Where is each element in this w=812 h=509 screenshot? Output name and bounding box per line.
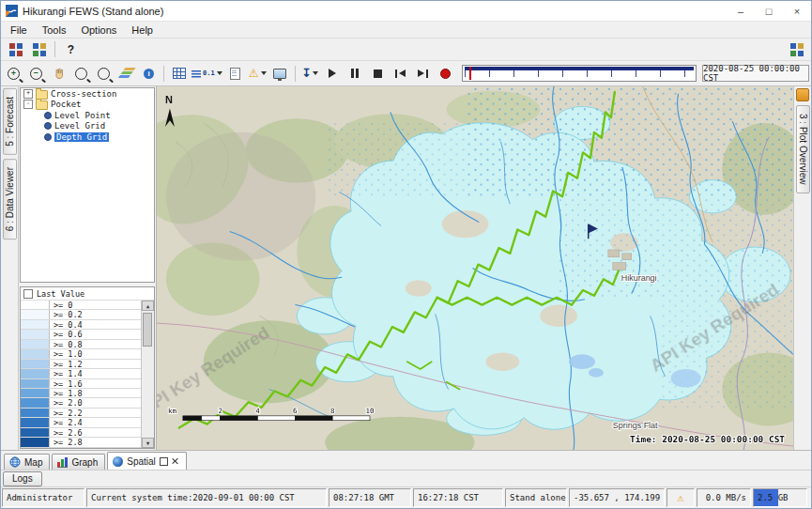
step-forward-button[interactable] (412, 63, 434, 85)
legend-row: >= 1.4 (21, 369, 142, 378)
logs-row: Logs (1, 470, 811, 486)
left-tab-strip: 5 : Forecast 6 : Data Viewer (1, 86, 19, 450)
animation-display-icon[interactable] (269, 63, 291, 85)
profile-document-icon[interactable] (224, 63, 246, 85)
tree-item-cross-section[interactable]: + Cross-section (21, 88, 154, 100)
close-tab-icon[interactable] (172, 457, 179, 465)
time-slider-ticks (465, 70, 694, 77)
node-dot-icon (44, 112, 52, 119)
legend-header: Last Value (21, 287, 154, 301)
logs-button[interactable]: Logs (3, 471, 42, 486)
title-bar: Hikurangi FEWS (Stand alone) – □ × (1, 1, 811, 22)
menu-file[interactable]: File (3, 23, 35, 37)
legend-label: >= 1.6 (50, 379, 83, 388)
chevron-down-icon (313, 71, 318, 75)
record-button[interactable] (435, 63, 456, 85)
expand-icon[interactable]: + (23, 89, 33, 99)
node-dot-icon (44, 122, 52, 130)
tab-graph[interactable]: Graph (52, 454, 105, 470)
thresholds-warning-button[interactable]: ⚠ (247, 63, 268, 85)
chevron-down-icon (217, 71, 222, 75)
map-viewport[interactable]: Hikurangi Springs Flat API Key Required … (157, 86, 793, 450)
tree-item-label: Depth Grid (54, 132, 109, 142)
legend-row: >= 0.8 (21, 340, 142, 349)
globe-icon (9, 456, 21, 468)
tab-plot-overview[interactable]: 3 : Plot Overview (796, 105, 810, 193)
stop-button[interactable] (367, 63, 389, 85)
zoom-extent-icon[interactable] (93, 63, 115, 85)
map-toolbar: + − i 0.1 ⚠ ↧ 2020-08-25 00:00:00 CST (1, 61, 811, 86)
legend-swatch (21, 398, 50, 407)
pan-hand-icon[interactable] (48, 63, 69, 85)
current-datetime: 2020-08-25 00:00:00 CST (702, 65, 809, 82)
export-snapshot-button[interactable]: ↧ (299, 63, 321, 85)
info-icon[interactable]: i (138, 63, 160, 85)
legend-swatch (21, 340, 50, 348)
tree-item-pocket[interactable]: - Pocket (21, 100, 154, 111)
legend-row: >= 2.2 (21, 409, 142, 418)
menu-tools[interactable]: Tools (35, 23, 74, 37)
menu-options[interactable]: Options (73, 23, 124, 37)
legend-label: >= 2.8 (50, 438, 83, 446)
tree-item-level-point[interactable]: Level Point (21, 110, 154, 121)
status-memory: 2.5 GB (753, 488, 807, 507)
legend-swatch (21, 389, 50, 397)
collapse-icon[interactable]: - (23, 100, 33, 109)
grid-display-icon[interactable] (168, 63, 190, 85)
explorer-icon[interactable] (786, 39, 807, 60)
legend-scrollbar[interactable]: ▲ ▼ (141, 301, 154, 448)
scroll-up-icon[interactable]: ▲ (142, 301, 154, 311)
hand-glyph (53, 68, 65, 80)
pause-button[interactable] (345, 63, 366, 85)
status-coordinates: -35.657 , 174.199 (569, 488, 665, 507)
scroll-thumb[interactable] (143, 313, 152, 347)
close-icon[interactable]: × (783, 1, 811, 21)
display-tab-bar: Map Graph Spatial (1, 450, 811, 470)
layers-icon[interactable] (115, 63, 137, 85)
modifiers-icon[interactable] (28, 39, 50, 60)
help-icon[interactable]: ? (60, 39, 82, 60)
plot-overview-icon[interactable] (796, 88, 809, 101)
minimize-icon[interactable]: – (727, 1, 755, 21)
maximize-icon[interactable]: □ (755, 1, 783, 21)
tab-graph-label: Graph (71, 457, 98, 468)
play-button[interactable] (322, 63, 344, 85)
scale-unit: km (168, 407, 177, 415)
scale-tick: 10 (366, 407, 375, 415)
status-warning-icon[interactable]: ⚠ (677, 492, 683, 503)
tree-item-label: Cross-section (51, 89, 116, 99)
zoom-out-icon[interactable]: − (25, 63, 47, 85)
tree-item-depth-grid[interactable]: Depth Grid (21, 131, 154, 143)
tab-spatial[interactable]: Spatial (107, 452, 187, 470)
tree-item-level-grid[interactable]: Level Grid (21, 121, 154, 132)
legend-label: >= 1.8 (50, 389, 83, 397)
zoom-in-icon[interactable]: + (3, 63, 24, 85)
legend-row: >= 2.0 (21, 398, 142, 408)
tree-item-label: Pocket (51, 100, 82, 109)
tab-map[interactable]: Map (4, 454, 50, 470)
database-icon[interactable] (5, 39, 26, 60)
map-canvas[interactable]: Hikurangi Springs Flat API Key Required … (157, 86, 793, 450)
detach-tab-icon[interactable] (160, 457, 168, 466)
chevron-down-icon (261, 71, 267, 75)
tab-map-label: Map (24, 457, 42, 468)
tab-forecast[interactable]: 5 : Forecast (3, 88, 17, 155)
contour-settings-button[interactable]: 0.1 (191, 63, 223, 85)
scroll-down-icon[interactable]: ▼ (142, 438, 154, 448)
legend-swatch (21, 438, 50, 446)
step-back-button[interactable] (390, 63, 411, 85)
time-slider-cursor[interactable] (469, 67, 471, 80)
legend-swatch (21, 320, 50, 329)
application-window: Hikurangi FEWS (Stand alone) – □ × File … (0, 0, 812, 509)
last-value-checkbox[interactable] (23, 289, 33, 299)
tree-item-label: Level Point (54, 111, 111, 120)
menu-help[interactable]: Help (124, 23, 161, 37)
legend-swatch (21, 379, 50, 388)
legend-swatch (21, 360, 50, 368)
zoom-rectangle-icon[interactable] (70, 63, 92, 85)
time-slider[interactable] (462, 65, 697, 82)
north-label: N (165, 94, 173, 105)
legend-row: >= 0 (21, 301, 142, 310)
tab-data-viewer[interactable]: 6 : Data Viewer (3, 159, 17, 239)
legend-row: >= 2.8 (21, 438, 142, 447)
